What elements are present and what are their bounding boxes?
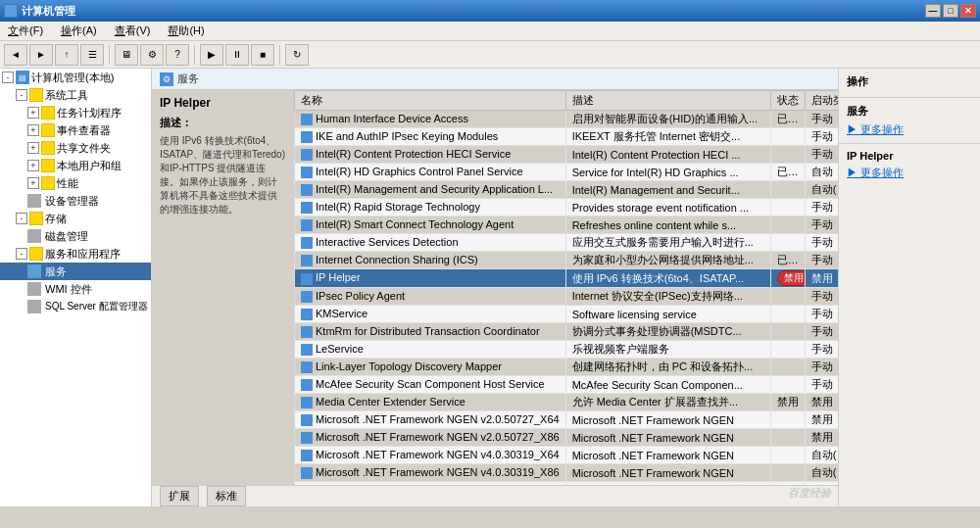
tree-expand-sf[interactable]: +: [27, 142, 39, 154]
cell-desc: Microsoft .NET Framework NGEN: [565, 447, 770, 464]
cell-startup: 自动(延迟...: [805, 447, 838, 464]
tree-wmi[interactable]: WMI 控件: [0, 280, 151, 298]
table-row[interactable]: IPsec Policy AgentInternet 协议安全(IPSec)支持…: [295, 288, 839, 306]
cell-status: [770, 323, 805, 341]
col-header-desc[interactable]: 描述: [565, 91, 770, 111]
tb-props[interactable]: ⚙: [140, 44, 164, 66]
table-row[interactable]: Intel(R) Content Protection HECI Service…: [295, 146, 839, 164]
tb-computer[interactable]: 🖥: [115, 44, 138, 66]
tree-device-mgr[interactable]: 设备管理器: [0, 192, 151, 210]
tree-expand-sys[interactable]: -: [16, 89, 27, 101]
service-name: Intel(R) Content Protection HECI Service: [316, 148, 511, 160]
cell-name: Microsoft .NET Framework NGEN v4.0.30319…: [295, 447, 566, 464]
tree-scheduler[interactable]: + 任务计划程序: [0, 104, 151, 121]
table-row[interactable]: Interactive Services Detection应用交互式服务需要用…: [295, 234, 839, 252]
service-name: Intel(R) Smart Connect Technology Agent: [316, 218, 514, 230]
tree-storage[interactable]: - 存储: [0, 210, 151, 227]
maximize-button[interactable]: □: [943, 4, 958, 18]
table-row[interactable]: Microsoft .NET Framework NGEN v4.0.30319…: [295, 464, 839, 482]
tab-standard[interactable]: 标准: [207, 486, 246, 506]
tree-performance[interactable]: + 性能: [0, 174, 151, 192]
menu-view[interactable]: 查看(V): [111, 22, 155, 40]
tree-expand-perf[interactable]: +: [27, 177, 39, 189]
table-row[interactable]: Media Center Extender Service允许 Media Ce…: [295, 394, 839, 411]
table-row[interactable]: Intel(R) Smart Connect Technology AgentR…: [295, 216, 839, 234]
table-row[interactable]: IP Helper使用 IPv6 转换技术(6to4、ISATAP...禁用禁用…: [295, 269, 839, 288]
tree-local-users[interactable]: + 本地用户和组: [0, 157, 151, 174]
cell-desc: IKEEXT 服务托管 Internet 密钥交...: [565, 128, 770, 146]
service-icon: [301, 326, 313, 338]
tb-refresh[interactable]: ↻: [285, 44, 309, 66]
table-row[interactable]: Human Interface Device Access启用对智能界面设备(H…: [295, 111, 839, 128]
service-icon: [301, 131, 313, 143]
service-icon: [301, 467, 313, 479]
table-scroll[interactable]: 名称 描述 状态 启动类型 登录为 Human Interface Device…: [294, 90, 838, 485]
service-name: Intel(R) Management and Security Applica…: [316, 183, 553, 195]
table-row[interactable]: McAfee Security Scan Component Host Serv…: [295, 376, 839, 394]
tree-system-tools[interactable]: - 系统工具: [0, 86, 151, 104]
tree-root[interactable]: - ▤ 计算机管理(本地): [0, 69, 151, 86]
service-icon: [301, 237, 313, 249]
tree-expand-storage[interactable]: -: [16, 213, 27, 224]
right-action-more-2[interactable]: ▶ 更多操作: [839, 164, 980, 182]
tb-stop[interactable]: ■: [251, 44, 274, 66]
menu-file[interactable]: 文件(F): [4, 22, 47, 40]
tree-services-apps[interactable]: - 服务和应用程序: [0, 245, 151, 263]
tab-extended[interactable]: 扩展: [160, 486, 199, 506]
menu-help[interactable]: 帮助(H): [164, 22, 208, 40]
tree-shared-folders[interactable]: + 共享文件夹: [0, 139, 151, 157]
table-row[interactable]: KtmRm for Distributed Transaction Coordi…: [295, 323, 839, 341]
tree-expand-root[interactable]: -: [2, 72, 14, 83]
computer-icon: ▤: [16, 71, 29, 84]
tb-back[interactable]: ◄: [4, 44, 27, 66]
cell-name: IP Helper: [295, 269, 566, 288]
table-row[interactable]: KMServiceSoftware licensing service手动本地系…: [295, 306, 839, 323]
tb-show-hide[interactable]: ☰: [80, 44, 104, 66]
service-name: KtmRm for Distributed Transaction Coordi…: [316, 325, 540, 337]
services-table: 名称 描述 状态 启动类型 登录为 Human Interface Device…: [294, 90, 838, 485]
tree-expand-ev[interactable]: +: [27, 124, 39, 136]
table-row[interactable]: Intel(R) Management and Security Applica…: [295, 181, 839, 199]
tree-label-services: 服务: [45, 264, 67, 279]
folder-icon-storage: [29, 212, 43, 225]
right-action-more-1[interactable]: ▶ 更多操作: [839, 120, 980, 139]
tb-pause[interactable]: ⏸: [225, 44, 249, 66]
cell-status: [770, 234, 805, 252]
tree-services[interactable]: 服务: [0, 263, 151, 280]
close-button[interactable]: ✕: [960, 4, 976, 18]
tree-expand-lu[interactable]: +: [27, 160, 39, 171]
cell-desc: Software licensing service: [565, 306, 770, 323]
cell-desc: Microsoft .NET Framework NGEN: [565, 464, 770, 482]
cell-status: 禁用: [770, 269, 805, 288]
table-row[interactable]: Microsoft .NET Framework NGEN v4.0.30319…: [295, 447, 839, 464]
table-row[interactable]: IKE and AuthIP IPsec Keying ModulesIKEEX…: [295, 128, 839, 146]
table-row[interactable]: LeService乐视视频客户端服务手动本地系统: [295, 341, 839, 359]
tree-sqlserver[interactable]: SQL Server 配置管理器: [0, 298, 151, 315]
table-row[interactable]: Microsoft .NET Framework NGEN v2.0.50727…: [295, 411, 839, 429]
desc-label: 描述：: [160, 116, 285, 130]
cell-name: Microsoft .NET Framework NGEN v2.0.50727…: [295, 411, 566, 429]
table-row[interactable]: Microsoft .NET Framework NGEN v2.0.50727…: [295, 429, 839, 447]
table-row[interactable]: Internet Connection Sharing (ICS)为家庭和小型办…: [295, 252, 839, 269]
services-header-title: 服务: [177, 72, 199, 86]
table-row[interactable]: Intel(R) HD Graphics Control Panel Servi…: [295, 164, 839, 181]
tb-help-btn[interactable]: ?: [166, 44, 189, 66]
cell-name: IKE and AuthIP IPsec Keying Modules: [295, 128, 566, 146]
tree-disk-mgmt[interactable]: 磁盘管理: [0, 227, 151, 245]
tree-expand-sva[interactable]: -: [16, 248, 27, 260]
icon-wmi: [27, 282, 41, 296]
service-icon: [301, 149, 313, 161]
col-header-startup[interactable]: 启动类型: [805, 91, 838, 111]
tree-expand-sched[interactable]: +: [27, 107, 39, 119]
tb-up[interactable]: ↑: [55, 44, 78, 66]
col-header-name[interactable]: 名称: [295, 91, 566, 111]
menu-action[interactable]: 操作(A): [57, 22, 101, 40]
col-header-status[interactable]: 状态: [770, 91, 805, 111]
tb-play[interactable]: ▶: [200, 44, 223, 66]
tb-forward[interactable]: ►: [29, 44, 53, 66]
table-row[interactable]: Intel(R) Rapid Storage TechnologyProvide…: [295, 199, 839, 216]
tree-event-viewer[interactable]: + 事件查看器: [0, 121, 151, 139]
minimize-button[interactable]: —: [925, 4, 941, 18]
table-row[interactable]: Link-Layer Topology Discovery Mapper创建网络…: [295, 359, 839, 376]
service-icon: [301, 255, 313, 266]
